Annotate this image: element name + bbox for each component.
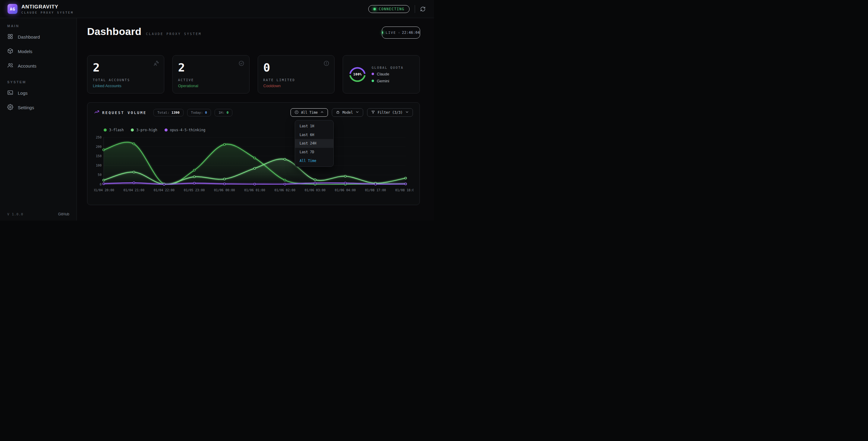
data-point-3-pro-high	[344, 175, 346, 177]
y-axis-tick-label: 250	[96, 136, 101, 139]
data-point-3-pro-high	[133, 171, 135, 173]
stat-value: 2	[178, 62, 244, 73]
data-point-opus-4-5-thinking	[405, 183, 407, 185]
request-volume-chart: 05010015020025001/04 20:0001/04 21:0001/…	[94, 135, 413, 196]
gear-icon	[7, 104, 13, 111]
page-subtitle: CLAUDE PROXY SYSTEM	[146, 32, 202, 36]
menu-item-last-1h[interactable]: Last 1H	[295, 122, 333, 130]
chart-legend: 3-flash3-pro-highopus-4-5-thinking	[104, 128, 413, 132]
clock-icon	[294, 110, 299, 115]
sidebar-item-label: Models	[18, 49, 32, 54]
stat-card-rate-limited: 0RATE LIMITEDCooldown	[258, 55, 335, 93]
legend-dot-icon	[164, 128, 167, 131]
data-point-opus-4-5-thinking	[103, 183, 104, 185]
x-axis-tick-label: 01/08 17:00	[365, 188, 386, 192]
data-point-opus-4-5-thinking	[284, 183, 286, 185]
x-axis-tick-label: 01/06 03:00	[305, 188, 326, 192]
sidebar-sections: MAINDashboardModelsAccountsSYSTEMLogsSet…	[0, 18, 76, 113]
chart-title-group: REQUEST VOLUME	[94, 109, 147, 116]
legend-dot-icon	[372, 80, 374, 82]
menu-item-last-24h[interactable]: Last 24H	[295, 139, 333, 148]
sidebar-footer: V 1.0.0 GitHub	[0, 212, 76, 216]
chart-chip-1h: 1H:0	[215, 109, 233, 116]
data-point-3-pro-high	[193, 176, 195, 178]
menu-item-last-6h[interactable]: Last 6H	[295, 130, 333, 139]
connection-status-badge: CONNECTING	[368, 5, 410, 13]
legend-item-3-pro-high: 3-pro-high	[131, 128, 157, 132]
stat-subtext: Linked Accounts	[93, 84, 158, 88]
legend-dot-icon	[104, 128, 107, 131]
data-point-opus-4-5-thinking	[375, 183, 376, 185]
data-point-opus-4-5-thinking	[314, 182, 316, 184]
data-point-3-flash	[103, 149, 104, 151]
dropdown-button-all-time[interactable]: All Time	[290, 108, 328, 117]
legend-dot-icon	[131, 128, 134, 131]
stat-label: RATE LIMITED	[264, 78, 329, 82]
data-point-opus-4-5-thinking	[224, 183, 225, 185]
sidebar-item-models[interactable]: Models	[0, 45, 76, 57]
sidebar-item-settings[interactable]: Settings	[0, 101, 76, 113]
topbar: AG ANTIGRAVITY CLAUDE PROXY SYSTEM CONNE…	[0, 0, 434, 18]
menu-item-last-7d[interactable]: Last 7D	[295, 148, 333, 156]
data-point-3-flash	[133, 143, 135, 145]
sidebar-item-logs[interactable]: Logs	[0, 87, 76, 99]
x-axis-tick-label: 01/05 23:00	[184, 188, 205, 192]
sidebar: MAINDashboardModelsAccountsSYSTEMLogsSet…	[0, 18, 77, 220]
dropdown-button-label: All Time	[301, 110, 318, 115]
stat-value: 2	[93, 62, 158, 73]
live-label: LIVE	[386, 31, 396, 35]
data-point-3-pro-high	[314, 179, 316, 181]
data-point-3-flash	[284, 179, 286, 181]
stat-label: TOTAL ACCOUNTS	[93, 78, 158, 82]
chart-filter-buttons: All TimeModelFilter (3/3)	[290, 108, 413, 117]
app-title: ANTIGRAVITY	[22, 4, 73, 10]
y-axis-tick-label: 150	[96, 154, 101, 158]
chart-chip-total: Total:1390	[153, 109, 183, 116]
quota-ring: 100%	[348, 65, 367, 84]
x-axis-tick-label: 01/08 18:00	[395, 188, 413, 192]
data-point-3-flash	[254, 157, 255, 159]
x-axis-tick-label: 01/04 22:00	[154, 188, 175, 192]
quota-legend-label: Gemini	[377, 79, 389, 83]
main-content: Dashboard CLAUDE PROXY SYSTEM LIVE 22:46…	[77, 18, 434, 220]
chip-value: 0	[205, 111, 207, 115]
menu-item-all-time[interactable]: All Time	[295, 156, 333, 165]
chip-label: Today:	[191, 111, 203, 115]
chart-chip-today: Today:0	[187, 109, 211, 116]
dropdown-button-filter-3-3-[interactable]: Filter (3/3)	[367, 108, 413, 117]
y-axis-tick-label: 100	[96, 164, 101, 167]
dropdown-button-label: Model	[342, 110, 353, 115]
chip-value: 0	[227, 111, 229, 115]
quota-legend-label: Claude	[377, 72, 389, 76]
chevron-down-icon	[355, 110, 359, 115]
legend-label: 3-pro-high	[136, 128, 157, 132]
stat-subtext: Cooldown	[264, 84, 329, 88]
data-point-3-pro-high	[405, 177, 407, 179]
github-link[interactable]: GitHub	[58, 212, 69, 216]
data-point-3-pro-high	[284, 158, 286, 160]
sidebar-item-accounts[interactable]: Accounts	[0, 60, 76, 72]
check-circle-icon	[239, 60, 244, 67]
data-point-3-pro-high	[224, 178, 225, 180]
sidebar-item-dashboard[interactable]: Dashboard	[0, 31, 76, 43]
chart-title: REQUEST VOLUME	[102, 110, 147, 115]
cube-icon	[7, 48, 13, 55]
box-icon	[336, 110, 340, 115]
dropdown-button-model[interactable]: Model	[332, 108, 363, 117]
refresh-icon[interactable]	[420, 6, 426, 12]
y-axis-tick-label: 0	[100, 182, 101, 186]
chip-value: 1390	[172, 111, 180, 115]
global-quota-card: 100% GLOBAL QUOTAClaudeGemini	[343, 55, 420, 93]
data-point-3-pro-high	[103, 179, 104, 181]
x-axis-tick-label: 01/06 04:00	[335, 188, 356, 192]
clock-time: 22:46:04	[402, 30, 420, 35]
chip-label: Total:	[157, 111, 169, 115]
version-label: V 1.0.0	[7, 212, 23, 216]
filter-icon	[371, 110, 375, 115]
users-icon	[7, 62, 13, 69]
quota-legend-item: Gemini	[372, 79, 404, 83]
legend-item-3-flash: 3-flash	[104, 128, 124, 132]
chevron-down-icon	[405, 110, 409, 115]
page-header: Dashboard CLAUDE PROXY SYSTEM	[87, 26, 202, 37]
trending-up-icon	[94, 109, 99, 116]
